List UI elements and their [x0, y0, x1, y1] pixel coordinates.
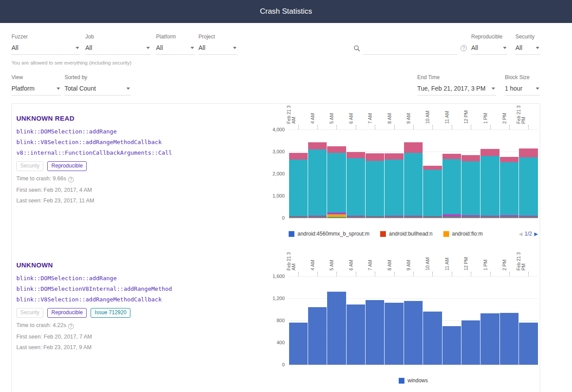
x-axis-label: 5 AM	[327, 251, 346, 276]
x-axis-label: 11 AM	[442, 251, 461, 276]
bar[interactable]	[480, 276, 499, 365]
x-axis-label: 5 AM	[327, 104, 346, 129]
last-seen: Last seen: Feb 23, 2017, 9 AM	[16, 344, 267, 350]
legend-next-icon[interactable]: ▶	[534, 231, 538, 237]
security-badge: Security	[16, 161, 43, 171]
bar[interactable]	[289, 129, 308, 218]
stack-frame-link[interactable]: blink::DOMSelection::addRange	[16, 275, 267, 282]
chevron-down-icon	[76, 47, 79, 49]
x-axis-label: 6 AM	[346, 104, 365, 129]
bar[interactable]	[442, 129, 461, 218]
fuzzer-filter-value: All	[11, 44, 19, 51]
view-select[interactable]: View Platform	[11, 74, 61, 95]
legend-pager: ◀1/2▶	[519, 231, 538, 237]
bar-segment-segment-pink	[480, 149, 499, 156]
security-badge: Security	[16, 308, 43, 318]
legend-label: android:bullhead:n	[389, 231, 433, 237]
help-icon[interactable]	[68, 177, 74, 183]
bar[interactable]	[366, 276, 384, 365]
bar-segment-windows	[500, 313, 519, 365]
bar[interactable]	[327, 129, 346, 218]
bar-segment-windows	[308, 307, 327, 365]
crash-group-title[interactable]: UNKNOWN	[16, 261, 267, 269]
bar[interactable]	[404, 276, 423, 365]
bar[interactable]	[385, 276, 403, 365]
bar[interactable]	[500, 276, 519, 365]
bar-segment-windows	[404, 301, 423, 365]
x-axis-label: 9 AM	[404, 104, 423, 129]
bar[interactable]	[366, 129, 384, 218]
plot-area	[289, 129, 538, 218]
bar[interactable]	[423, 129, 442, 218]
bar[interactable]	[327, 276, 346, 365]
bar[interactable]	[461, 129, 480, 218]
x-axis-label: 12 PM	[461, 104, 480, 129]
bar[interactable]	[404, 129, 423, 218]
reproducible-filter[interactable]: Reproducible All	[471, 34, 507, 55]
stack-frame-link[interactable]: blink::V8Selection::addRangeMethodCallba…	[16, 296, 267, 303]
stack-frame-link[interactable]: blink::DOMSelectionV8Internal::addRangeM…	[16, 285, 267, 292]
bar[interactable]	[461, 276, 480, 365]
bar[interactable]	[385, 129, 403, 218]
block-size-select[interactable]: Block Size 1 hour	[505, 74, 540, 95]
bar[interactable]	[519, 129, 538, 218]
security-filter[interactable]: Security All	[515, 34, 540, 55]
issue-badge[interactable]: Issue 712920	[91, 308, 130, 318]
bar[interactable]	[347, 129, 365, 218]
x-axis-label: 8 AM	[385, 104, 404, 129]
bar[interactable]	[308, 129, 327, 218]
legend-page-number: 1/2	[525, 231, 532, 237]
bar-segment-segment-teal	[500, 162, 519, 215]
bar[interactable]	[289, 276, 308, 365]
bar-segment-windows	[366, 300, 384, 365]
job-filter[interactable]: Job All	[85, 34, 151, 55]
x-axis-label: 11 AM	[442, 104, 461, 129]
bar[interactable]	[308, 276, 327, 365]
bar[interactable]	[423, 276, 442, 365]
y-axis-label: 2,000	[272, 171, 285, 176]
legend-label: windows	[408, 377, 428, 384]
sorted-by-select[interactable]: Sorted by Total Count	[65, 74, 131, 95]
fuzzer-filter[interactable]: Fuzzer All	[11, 34, 80, 55]
bar-segment-windows	[461, 320, 480, 365]
bar-segment-segment-pink	[519, 148, 538, 157]
end-time-select[interactable]: End Time Tue, Feb 21, 2017, 3 PM	[417, 74, 496, 95]
stack-frame-link[interactable]: v8::internal::FunctionCallbackArguments:…	[16, 149, 267, 156]
platform-filter[interactable]: Platform All	[156, 34, 195, 55]
legend-item: android:4560mmx_b_sprout:m	[289, 231, 370, 237]
chevron-down-icon	[57, 88, 60, 90]
bar[interactable]	[347, 276, 365, 365]
crash-group-info: UNKNOWN READ blink::DOMSelection::addRan…	[15, 104, 267, 204]
bar[interactable]	[500, 129, 519, 218]
y-axis-label: 4,000	[272, 127, 285, 132]
chevron-down-icon	[503, 47, 507, 49]
bar[interactable]	[480, 129, 499, 218]
platform-filter-value: All	[156, 44, 163, 51]
block-size-select-label: Block Size	[505, 74, 540, 80]
bar[interactable]	[442, 276, 461, 365]
project-filter[interactable]: Project All	[198, 34, 237, 55]
block-size-select-value: 1 hour	[505, 85, 522, 92]
security-filter-value: All	[515, 44, 522, 51]
x-axis-label: 1 PM	[480, 104, 500, 129]
bar[interactable]	[519, 276, 538, 365]
reproducible-badge: Reproducible	[47, 161, 87, 171]
stack-frames: blink::DOMSelection::addRange blink::DOM…	[16, 275, 267, 303]
x-axis-label: 7 AM	[366, 104, 385, 129]
legend-prev-icon[interactable]: ◀	[519, 231, 522, 237]
y-axis-labels: 01,0002,0003,0004,000	[267, 129, 289, 218]
stack-frame-link[interactable]: blink::V8Selection::addRangeMethodCallba…	[16, 139, 267, 145]
help-icon[interactable]	[68, 323, 74, 329]
crash-group-title[interactable]: UNKNOWN READ	[16, 114, 267, 122]
legend-label: android:4560mmx_b_sprout:m	[297, 231, 370, 237]
search-input[interactable]	[363, 42, 457, 55]
time-to-crash: Time to crash: 4.22s	[16, 322, 267, 329]
project-filter-label: Project	[198, 34, 237, 40]
bar-segment-segment-teal	[385, 160, 403, 216]
stack-frame-link[interactable]: blink::DOMSelection::addRange	[16, 128, 267, 135]
bar-segment-segment-teal	[461, 161, 480, 216]
y-axis-label: 1,600	[272, 274, 285, 279]
view-select-label: View	[11, 74, 61, 80]
search-help-icon[interactable]	[461, 45, 467, 51]
legend-item: android:flo:m	[443, 231, 483, 237]
